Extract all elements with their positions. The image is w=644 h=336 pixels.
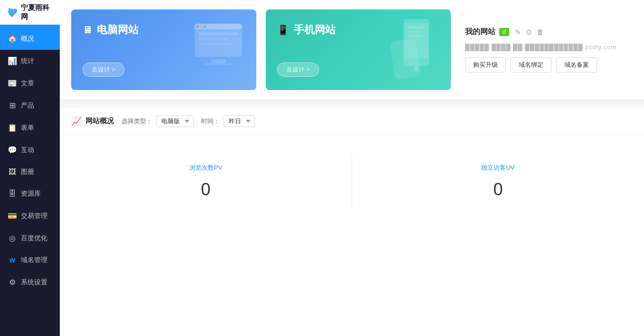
svg-rect-3 (211, 59, 225, 63)
svg-rect-6 (198, 38, 227, 40)
time-filter-group: 时间： 昨日 今日 本周 本月 (201, 115, 255, 127)
pv-label: 浏览次数PV (69, 163, 342, 172)
stats-icon: 📊 (8, 56, 17, 65)
delete-icon[interactable]: 🗑 (537, 28, 544, 36)
sidebar-item-settings[interactable]: ⚙ 系统设置 (0, 271, 60, 293)
sidebar-item-label: 图册 (21, 168, 34, 176)
analytics-title-text: 网站概况 (85, 117, 114, 126)
svg-point-0 (9, 8, 11, 10)
sidebar-item-label: 概况 (21, 35, 34, 43)
sidebar-item-interact[interactable]: 💬 互动 (0, 139, 60, 161)
svg-rect-16 (408, 35, 422, 37)
sidebar-item-label: 产品 (21, 101, 34, 110)
time-filter-label: 时间： (201, 117, 220, 126)
pv-value: 0 (69, 180, 342, 200)
svg-point-9 (200, 25, 203, 28)
sidebar-nav: 🏠 概况 📊 统计 📰 文章 ⊞ 产品 📋 表单 💬 互动 🖼 图册 🗄 (0, 27, 60, 336)
site-url: █████.████ ██.████████████.zcdly.com (465, 44, 628, 51)
sidebar-item-resources[interactable]: 🗄 资源库 (0, 183, 60, 205)
uv-stat: 独立访客UV 0 (352, 154, 644, 209)
action-icons: ✎ ⊙ 🗑 (515, 28, 544, 36)
site-actions: 购买升级 域名绑定 域名备案 (465, 57, 628, 73)
my-site-panel: 我的网站 试 ✎ ⊙ 🗑 █████.████ ██.████████████.… (460, 27, 633, 73)
analytics-icon: 📈 (71, 116, 82, 127)
sidebar-item-label: 互动 (21, 146, 34, 154)
uv-value: 0 (362, 180, 635, 200)
articles-icon: 📰 (8, 79, 17, 88)
desktop-site-card: 🖥 电脑网站 去设计 > (71, 9, 256, 90)
analytics-section: 📈 网站概况 选择类型： 电脑版 手机版 时间： 昨日 今日 本周 本月 (60, 108, 644, 336)
albums-icon: 🖼 (8, 168, 17, 176)
products-icon: ⊞ (8, 101, 17, 110)
resources-icon: 🗄 (8, 190, 17, 198)
interact-icon: 💬 (8, 145, 17, 154)
my-site-title: 我的网站 (465, 27, 495, 37)
sidebar-item-articles[interactable]: 📰 文章 (0, 72, 60, 94)
sidebar-item-stats[interactable]: 📊 统计 (0, 50, 60, 72)
sidebar-item-label: 百度优化 (21, 234, 47, 243)
sidebar-item-domains[interactable]: W 域名管理 (0, 249, 60, 271)
uv-label: 独立访客UV (362, 163, 635, 172)
desktop-deco-illustration (185, 14, 252, 81)
settings-icon: ⚙ (8, 278, 17, 287)
stats-row: 浏览次数PV 0 独立访客UV 0 (60, 135, 644, 218)
sidebar-item-label: 交易管理 (21, 212, 47, 220)
main-content: 🖥 电脑网站 去设计 > (60, 0, 644, 336)
edit-icon[interactable]: ✎ (515, 28, 521, 36)
analytics-title: 📈 网站概况 (71, 116, 114, 127)
type-filter-label: 选择类型： (121, 117, 152, 126)
brand-logo-icon (6, 6, 18, 19)
mobile-card-title: 📱 手机网站 (277, 23, 336, 37)
desktop-icon: 🖥 (83, 25, 92, 36)
sidebar-item-label: 文章 (21, 79, 34, 88)
type-filter-select[interactable]: 电脑版 手机版 (156, 115, 194, 127)
top-section: 🖥 电脑网站 去设计 > (60, 0, 644, 100)
svg-point-10 (204, 25, 206, 28)
time-filter-select[interactable]: 昨日 今日 本周 本月 (224, 115, 255, 127)
sidebar-logo: 宁夏雨科网 (0, 0, 60, 26)
forms-icon: 📋 (8, 123, 17, 132)
desktop-card-title: 🖥 电脑网站 (83, 23, 139, 37)
mobile-deco-illustration (380, 14, 446, 81)
desktop-design-button[interactable]: 去设计 > (83, 63, 124, 77)
sidebar-item-label: 域名管理 (21, 256, 47, 264)
sidebar-item-baidu[interactable]: ◎ 百度优化 (0, 227, 60, 249)
sidebar-item-overview[interactable]: 🏠 概况 (0, 27, 60, 50)
svg-rect-5 (198, 32, 238, 35)
sidebar: 宁夏雨科网 🏠 概况 📊 统计 📰 文章 ⊞ 产品 📋 表单 💬 互动 🖼 (0, 0, 60, 336)
site-cards: 🖥 电脑网站 去设计 > (71, 9, 451, 90)
transactions-icon: 💳 (8, 211, 17, 220)
desktop-card-title-text: 电脑网站 (97, 23, 139, 37)
svg-point-8 (196, 25, 199, 28)
type-filter-group: 选择类型： 电脑版 手机版 (121, 115, 194, 127)
sidebar-item-albums[interactable]: 🖼 图册 (0, 161, 60, 183)
mobile-design-button[interactable]: 去设计 > (277, 63, 319, 77)
svg-rect-4 (204, 63, 233, 65)
baidu-icon: ◎ (8, 234, 17, 243)
upgrade-button[interactable]: 购买升级 (465, 57, 506, 73)
sidebar-item-products[interactable]: ⊞ 产品 (0, 94, 60, 117)
svg-rect-15 (408, 31, 420, 33)
sidebar-item-forms[interactable]: 📋 表单 (0, 117, 60, 139)
sidebar-item-label: 资源库 (21, 190, 41, 198)
trial-badge: 试 (499, 28, 509, 36)
domain-record-button[interactable]: 域名备案 (556, 57, 597, 73)
mobile-icon: 📱 (277, 24, 289, 36)
bind-domain-button[interactable]: 域名绑定 (511, 57, 551, 73)
sidebar-item-label: 统计 (21, 57, 34, 65)
sidebar-item-label: 系统设置 (21, 278, 47, 287)
brand-name: 宁夏雨科网 (21, 3, 54, 21)
mobile-site-card: 📱 手机网站 去设计 > (266, 9, 451, 90)
pv-stat: 浏览次数PV 0 (60, 154, 352, 209)
mobile-card-title-text: 手机网站 (294, 23, 336, 37)
svg-rect-7 (198, 43, 232, 45)
analytics-header: 📈 网站概况 选择类型： 电脑版 手机版 时间： 昨日 今日 本周 本月 (60, 108, 644, 135)
my-site-header: 我的网站 试 ✎ ⊙ 🗑 (465, 27, 628, 37)
domains-icon: W (8, 257, 17, 264)
svg-rect-14 (408, 26, 424, 28)
sidebar-item-label: 表单 (21, 124, 34, 132)
sidebar-item-transactions[interactable]: 💳 交易管理 (0, 205, 60, 227)
preview-icon[interactable]: ⊙ (526, 28, 532, 36)
home-icon: 🏠 (8, 34, 17, 43)
